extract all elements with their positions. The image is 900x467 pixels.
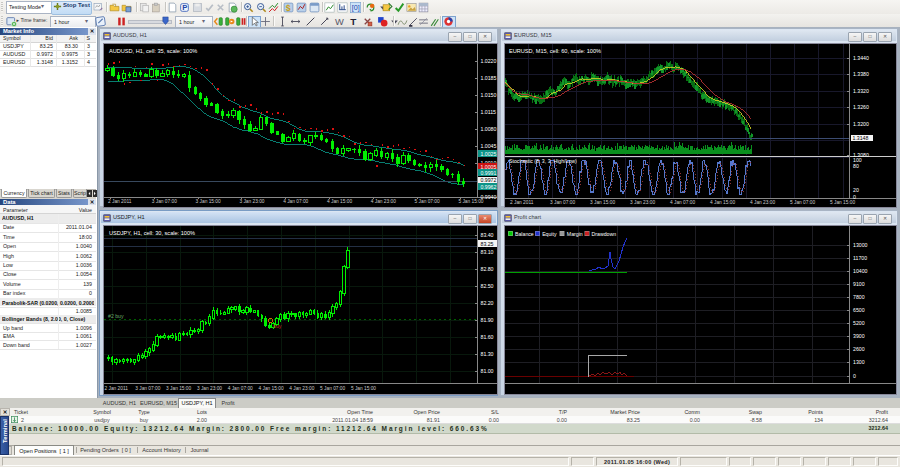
svg-text:81.30: 81.30 — [481, 351, 494, 357]
svg-text:7800: 7800 — [853, 294, 865, 300]
svg-text:83.25: 83.25 — [481, 241, 494, 247]
svg-text:5 Jan 15:00: 5 Jan 15:00 — [351, 386, 376, 391]
svg-text:11700: 11700 — [853, 255, 867, 261]
svg-text:0.9962: 0.9962 — [481, 184, 497, 190]
svg-text:3 Jan 23:00: 3 Jan 23:00 — [239, 199, 264, 204]
svg-text:5 Jan 07:00: 5 Jan 07:00 — [320, 386, 345, 391]
svg-text:3 Jan 07:00: 3 Jan 07:00 — [550, 200, 575, 205]
svg-text:3 Jan 15:00: 3 Jan 15:00 — [166, 386, 191, 391]
svg-text:#2 buy: #2 buy — [108, 313, 124, 319]
svg-text:5 Jan 07:00: 5 Jan 07:00 — [415, 199, 440, 204]
svg-text:1.3148: 1.3148 — [853, 135, 869, 141]
svg-text:20: 20 — [853, 187, 859, 193]
svg-text:3 Jan 15:00: 3 Jan 15:00 — [590, 200, 615, 205]
svg-text:13000: 13000 — [853, 242, 868, 248]
svg-text:81.90: 81.90 — [481, 317, 494, 323]
svg-text:82.20: 82.20 — [481, 300, 494, 306]
svg-text:0: 0 — [853, 373, 856, 379]
svg-text:1.0080: 1.0080 — [481, 126, 497, 132]
svg-text:1.3200: 1.3200 — [853, 121, 869, 127]
svg-text:3 Jan 07:00: 3 Jan 07:00 — [135, 386, 160, 391]
svg-text:1.0150: 1.0150 — [481, 92, 497, 98]
svg-text:0.9972: 0.9972 — [481, 177, 497, 183]
svg-text:10400: 10400 — [853, 268, 868, 274]
svg-text:82.80: 82.80 — [481, 266, 494, 272]
svg-text:T: T — [350, 16, 356, 27]
svg-text:0.9991: 0.9991 — [481, 170, 497, 176]
svg-text:1.0185: 1.0185 — [481, 75, 497, 81]
svg-text:81.60: 81.60 — [481, 334, 494, 340]
svg-text:1.0115: 1.0115 — [481, 109, 497, 115]
svg-text:82.50: 82.50 — [481, 283, 494, 289]
svg-text:9100: 9100 — [853, 281, 865, 287]
svg-text:W: W — [334, 16, 343, 26]
svg-text:81.00: 81.00 — [481, 368, 494, 374]
svg-text:EURUSD, M15, cell: 60, scale:: EURUSD, M15, cell: 60, scale: 100% — [509, 48, 601, 54]
svg-text:5 Jan 07:00: 5 Jan 07:00 — [790, 200, 815, 205]
svg-text:3 Jan 23:00: 3 Jan 23:00 — [197, 386, 222, 391]
svg-text:Drawdown: Drawdown — [592, 231, 617, 237]
svg-text:3 Jan 07:00: 3 Jan 07:00 — [152, 199, 177, 204]
svg-text:[0]: [0] — [351, 4, 359, 12]
svg-text:4 Jan 23:00: 4 Jan 23:00 — [371, 199, 396, 204]
svg-text:83.10: 83.10 — [481, 249, 494, 255]
svg-text:80: 80 — [853, 163, 859, 169]
svg-text:2 Jan 2011: 2 Jan 2011 — [108, 199, 132, 204]
svg-text:2 Jan 2011: 2 Jan 2011 — [105, 386, 129, 391]
svg-text:1.3260: 1.3260 — [853, 104, 869, 110]
svg-text:AUDUSD, H1, cell: 35, scale: 1: AUDUSD, H1, cell: 35, scale: 100% — [109, 48, 197, 54]
svg-text:4 Jan 07:00: 4 Jan 07:00 — [228, 386, 253, 391]
svg-text:1.3380: 1.3380 — [853, 71, 869, 77]
svg-text:USDJPY, H1, cell: 30, scale: 1: USDJPY, H1, cell: 30, scale: 100% — [109, 230, 195, 236]
svg-text:4 Jan 07:00: 4 Jan 07:00 — [283, 199, 308, 204]
svg-text:3 Jan 23:00: 3 Jan 23:00 — [630, 200, 655, 205]
svg-text:3 Jan 15:00: 3 Jan 15:00 — [196, 199, 221, 204]
svg-text:4 Jan 07:00: 4 Jan 07:00 — [670, 200, 695, 205]
svg-text:1.3440: 1.3440 — [853, 55, 869, 61]
svg-text:5200: 5200 — [853, 320, 865, 326]
svg-text:4 Jan 15:00: 4 Jan 15:00 — [259, 386, 284, 391]
svg-text:5 Jan 15:00: 5 Jan 15:00 — [830, 200, 855, 205]
svg-text:buy: buy — [273, 323, 282, 329]
svg-text:100: 100 — [853, 157, 862, 163]
svg-text:2600: 2600 — [853, 346, 865, 352]
svg-text:83.40: 83.40 — [481, 232, 494, 238]
svg-text:5 Jan 15:00: 5 Jan 15:00 — [458, 199, 483, 204]
svg-text:3900: 3900 — [853, 333, 865, 339]
svg-text:4 Jan 23:00: 4 Jan 23:00 — [750, 200, 775, 205]
svg-text:Stochastic (8, 3, 3, High/Low): Stochastic (8, 3, 3, High/Low) — [509, 158, 577, 164]
svg-text:1300: 1300 — [853, 359, 865, 365]
svg-text:4 Jan 15:00: 4 Jan 15:00 — [710, 200, 735, 205]
svg-text:P: P — [182, 3, 187, 12]
svg-text:Equity: Equity — [542, 231, 557, 237]
svg-text:6500: 6500 — [853, 307, 865, 313]
svg-text:2 Jan 2011: 2 Jan 2011 — [510, 200, 534, 205]
svg-text:4 Jan 15:00: 4 Jan 15:00 — [327, 199, 352, 204]
svg-text:1.3320: 1.3320 — [853, 88, 869, 94]
svg-text:Balance: Balance — [515, 231, 534, 237]
svg-text:1.0220: 1.0220 — [481, 58, 497, 64]
svg-text:4 Jan 23:00: 4 Jan 23:00 — [289, 386, 314, 391]
svg-text:1.0025: 1.0025 — [481, 151, 497, 157]
svg-text:Margin: Margin — [567, 231, 583, 237]
svg-text:$: $ — [285, 2, 290, 12]
svg-text:1.0045: 1.0045 — [481, 143, 497, 149]
